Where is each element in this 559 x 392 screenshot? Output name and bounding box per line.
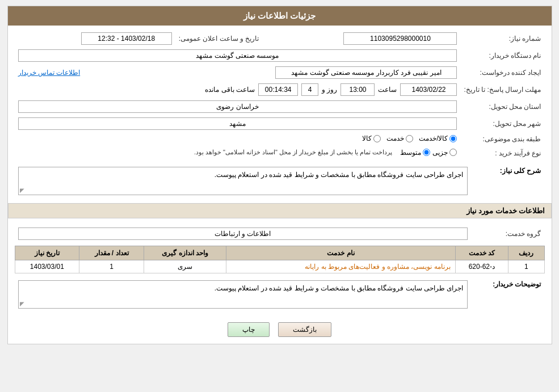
need-number-label: شماره نیاز: xyxy=(460,30,544,47)
response-time: 13:00 xyxy=(341,83,375,96)
col-service-code: کد خدمت xyxy=(455,246,508,260)
datetime-value: 1403/02/18 - 12:32 xyxy=(81,32,172,45)
city-value: مشهد xyxy=(18,117,457,130)
service-group-value: اطلاعات و ارتباطات xyxy=(18,227,468,240)
remaining-label: ساعت باقی مانده xyxy=(205,86,255,94)
col-row-num: ردیف xyxy=(508,246,544,260)
page-title: جزئیات اطلاعات نیاز xyxy=(8,6,552,26)
need-number-value: 1103095298000010 xyxy=(343,32,457,45)
back-button[interactable]: بازگشت xyxy=(278,322,331,337)
category-label: طبقه بندی موضوعی: xyxy=(460,132,544,146)
purchase-motavaset-label: متوسط xyxy=(400,149,421,157)
category-kala-label: کالا xyxy=(362,134,372,142)
buyer-name-value: موسسه صنعتی گوشت مشهد xyxy=(18,49,457,62)
button-row: بازگشت چاپ xyxy=(8,315,552,344)
purchase-motavaset-radio[interactable] xyxy=(423,149,430,156)
datetime-label: تاریخ و ساعت اعلان عمومی: xyxy=(175,30,263,47)
category-kala-radio[interactable] xyxy=(373,135,381,142)
purchase-jozyi-label: جزیی xyxy=(432,149,448,157)
cell-row-num: 1 xyxy=(508,260,544,273)
remaining-time: 00:14:34 xyxy=(258,83,298,96)
table-row: 1 د-62-620 برنامه نویسی، مشاوره و فعالیت… xyxy=(15,260,544,273)
cell-unit: سری xyxy=(144,260,226,273)
buyer-description-box: اجرای طراحی سایت فروشگاه مطابق با مشخصات… xyxy=(18,280,468,309)
creator-value: امیر نقیبی فرد کاربردار موسسه صنعتی گوشت… xyxy=(275,66,457,79)
response-date: 1403/02/22 xyxy=(400,83,457,96)
province-value: خراسان رضوی xyxy=(18,100,457,113)
response-time-label: ساعت xyxy=(378,86,397,94)
category-khadamat-radio[interactable] xyxy=(406,135,413,142)
buyer-description-label: توضیحات خریدار: xyxy=(471,278,545,311)
days-label: روز و xyxy=(322,86,337,94)
cell-date: 1403/03/01 xyxy=(15,260,79,273)
province-label: استان محل تحویل: xyxy=(460,98,544,115)
category-kala-khadamat-radio[interactable] xyxy=(449,135,457,142)
col-quantity: تعداد / مقدار xyxy=(79,246,144,260)
col-date: تاریخ نیاز xyxy=(15,246,79,260)
category-khadamat-label: خدمت xyxy=(386,134,404,142)
response-date-label: مهلت ارسال پاسخ: تا تاریخ: xyxy=(460,81,544,98)
buyer-name-label: نام دستگاه خریدار: xyxy=(460,47,544,64)
services-section-title: اطلاعات خدمات مورد نیاز xyxy=(8,203,552,218)
col-service-name: نام خدمت xyxy=(226,246,455,260)
services-table: ردیف کد خدمت نام خدمت واحد اندازه گیری ت… xyxy=(15,246,545,273)
need-description-box: اجرای طراحی سایت فروشگاه مطابق با مشخصات… xyxy=(18,167,468,195)
buyer-description-text: اجرای طراحی سایت فروشگاه مطابق با مشخصات… xyxy=(215,284,464,292)
need-description-text: اجرای طراحی سایت فروشگاه مطابق با مشخصات… xyxy=(215,171,464,179)
purchase-jozyi-radio[interactable] xyxy=(449,149,457,156)
cell-service-code: د-62-620 xyxy=(455,260,508,273)
purchase-type-label: نوع فرآیند خرید : xyxy=(460,146,544,161)
service-group-label: گروه خدمت: xyxy=(471,225,545,242)
cell-service-name: برنامه نویسی، مشاوره و فعالیت‌های مربوط … xyxy=(226,260,455,273)
contact-link[interactable]: اطلاعات تماس خریدار xyxy=(18,69,81,77)
col-unit: واحد اندازه گیری xyxy=(144,246,226,260)
need-description-label: شرح کلی نیاز: xyxy=(471,165,545,197)
creator-label: ایجاد کننده درخواست: xyxy=(460,64,544,81)
days-value: 4 xyxy=(301,83,318,96)
purchase-type-note: پرداخت تمام یا بخشی از مبلغ خریدار از مح… xyxy=(194,149,398,156)
print-button[interactable]: چاپ xyxy=(228,322,270,337)
city-label: شهر محل تحویل: xyxy=(460,115,544,132)
cell-quantity: 1 xyxy=(79,260,144,273)
category-kala-khadamat-label: کالا/خدمت xyxy=(419,134,448,142)
